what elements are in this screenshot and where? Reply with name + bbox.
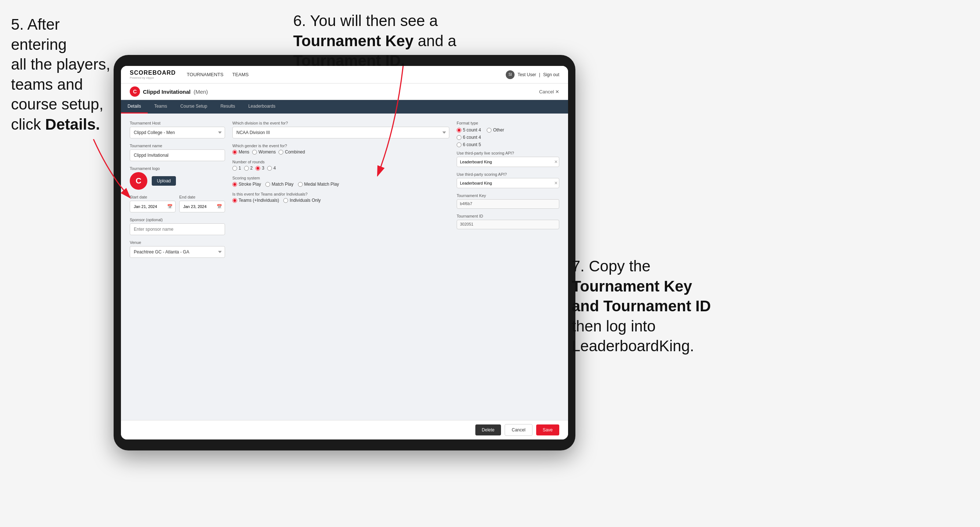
rounds-1[interactable]: 1 [232,165,241,171]
scoring-match[interactable]: Match Play [265,182,293,187]
upload-button[interactable]: Upload [152,176,176,186]
calendar-icon-start: 📅 [167,204,173,209]
logo-upload-area: C Upload [130,172,225,190]
tournament-name-input[interactable] [130,149,225,161]
tab-teams[interactable]: Teams [148,100,174,114]
tournament-name-group: Tournament name [130,144,225,161]
gender-womens[interactable]: Womens [252,149,275,154]
annotation-bottom-right: 7. Copy the Tournament Key and Tournamen… [572,256,729,356]
tournament-key-value: b4f6b7 [457,199,559,209]
sub-header: C Clippd Invitational (Men) Cancel ✕ [121,84,568,100]
save-button[interactable]: Save [536,424,559,435]
teams-individuals-only[interactable]: Individuals Only [283,198,321,203]
rounds-label: Number of rounds [232,160,449,164]
teams-group: Is this event for Teams and/or Individua… [232,192,449,203]
rounds-2[interactable]: 2 [244,165,253,171]
dates-group: Start date 📅 End date 📅 [130,195,225,213]
tab-details[interactable]: Details [121,100,148,114]
separator: | [539,72,540,77]
tab-results[interactable]: Results [214,100,242,114]
annotation-left: 5. After entering all the players, teams… [11,15,114,135]
scoring-radio-group: Stroke Play Match Play Medal Match Play [232,182,449,187]
tournament-name-label: Tournament name [130,144,225,148]
nav-teams[interactable]: TEAMS [232,70,250,79]
tournament-id-label: Tournament ID [457,214,559,218]
rounds-3[interactable]: 3 [255,165,264,171]
date-row: Start date 📅 End date 📅 [130,195,225,213]
format-other[interactable]: Other [487,127,504,133]
rounds-group: Number of rounds 1 2 3 [232,160,449,171]
format-type-label: Format type [457,121,559,125]
form-col2: Which division is the event for? NCAA Di… [232,121,449,263]
user-avatar: SI [506,70,515,79]
gender-radio-group: Mens Womens Combined [232,149,449,154]
api2-select[interactable]: Leaderboard King [457,178,559,188]
main-content: Tournament Host Clippd College - Men Tou… [121,114,568,420]
tournament-id-group: Tournament ID 302051 [457,214,559,229]
format-6count4[interactable]: 6 count 4 [457,135,559,140]
tournament-title-row: C Clippd Invitational (Men) [130,86,208,97]
scoring-medal-match[interactable]: Medal Match Play [298,182,339,187]
teams-radio-group: Teams (+Individuals) Individuals Only [232,198,449,203]
tab-leaderboards[interactable]: Leaderboards [242,100,282,114]
tournament-logo-group: Tournament logo C Upload [130,166,225,190]
teams-plus-individuals[interactable]: Teams (+Individuals) [232,198,279,203]
format-6count5[interactable]: 6 count 5 [457,142,559,147]
tournament-host-group: Tournament Host Clippd College - Men [130,121,225,138]
sponsor-input[interactable] [130,224,225,235]
tournament-key-group: Tournament Key b4f6b7 [457,194,559,209]
end-date-label: End date [179,195,225,199]
division-label: Which division is the event for? [232,121,449,125]
api1-select[interactable]: Leaderboard King [457,157,559,167]
nav-links: TOURNAMENTS TEAMS [186,70,250,79]
scoring-stroke[interactable]: Stroke Play [232,182,261,187]
logo-circle: C [130,172,147,190]
scoreboard-brand: SCOREBOARD Powered by clippd [130,70,176,79]
brand-name: SCOREBOARD [130,70,176,76]
sign-out-link[interactable]: Sign out [543,72,559,77]
format-5count4[interactable]: 5 count 4 [457,127,481,133]
tab-course-setup[interactable]: Course Setup [174,100,214,114]
scoring-label: Scoring system [232,176,449,180]
header-right: SI Test User | Sign out [506,70,559,79]
tournament-host-select[interactable]: Clippd College - Men [130,127,225,138]
start-date-wrap: 📅 [130,201,175,213]
start-date-label: Start date [130,195,175,199]
tablet-device: SCOREBOARD Powered by clippd TOURNAMENTS… [114,55,575,451]
nav-tournaments[interactable]: TOURNAMENTS [186,70,224,79]
form-footer: Delete Cancel Save [121,420,568,440]
tournament-key-label: Tournament Key [457,194,559,198]
gender-mens[interactable]: Mens [232,149,249,154]
division-group: Which division is the event for? NCAA Di… [232,121,449,138]
tournament-logo-label: Tournament logo [130,166,225,171]
api1-select-wrap: Leaderboard King ✕ [457,157,559,167]
api2-select-wrap: Leaderboard King ✕ [457,178,559,188]
gender-combined[interactable]: Combined [278,149,305,154]
teams-label: Is this event for Teams and/or Individua… [232,192,449,196]
api2-clear-button[interactable]: ✕ [554,181,558,186]
format-options: 5 count 4 Other 6 count 4 [457,127,559,147]
cancel-button-header[interactable]: Cancel ✕ [539,89,559,94]
delete-button[interactable]: Delete [475,424,501,435]
rounds-4[interactable]: 4 [267,165,276,171]
division-select[interactable]: NCAA Division III [232,127,449,138]
format-row-1: 5 count 4 Other [457,127,559,133]
form-col3: Format type 5 count 4 Other [457,121,559,263]
brand-sub: Powered by clippd [130,76,176,79]
venue-select[interactable]: Peachtree GC - Atlanta - GA [130,246,225,258]
tournament-host-label: Tournament Host [130,121,225,125]
gender-label: Which gender is the event for? [232,144,449,148]
annotation-top-right: 6. You will then see a Tournament Key an… [293,11,476,71]
start-date-group: Start date 📅 [130,195,175,213]
form-grid: Tournament Host Clippd College - Men Tou… [130,121,559,263]
tournament-id-value: 302051 [457,220,559,229]
tablet-screen: SCOREBOARD Powered by clippd TOURNAMENTS… [121,66,568,440]
sponsor-label: Sponsor (optional) [130,217,225,222]
gender-group: Which gender is the event for? Mens Wome… [232,144,449,154]
scoring-group: Scoring system Stroke Play Match Play Me… [232,176,449,187]
api1-clear-button[interactable]: ✕ [554,159,558,164]
sponsor-group: Sponsor (optional) [130,217,225,235]
cancel-button-footer[interactable]: Cancel [505,424,532,436]
rounds-radio-group: 1 2 3 4 [232,165,449,171]
api1-label: Use third-party live scoring API? [457,151,559,155]
